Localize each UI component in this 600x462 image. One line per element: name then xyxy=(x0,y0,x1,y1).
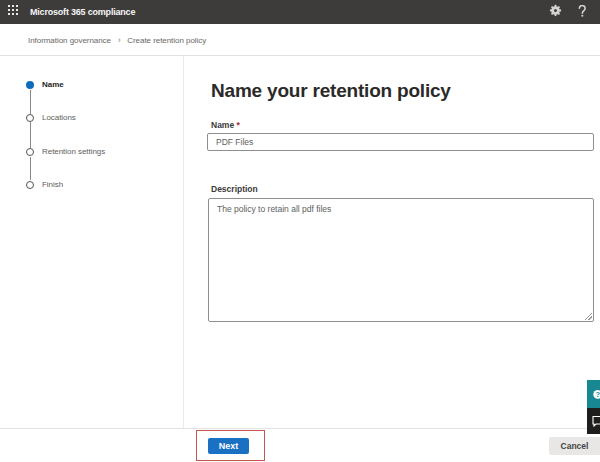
svg-text:?: ? xyxy=(595,390,600,399)
